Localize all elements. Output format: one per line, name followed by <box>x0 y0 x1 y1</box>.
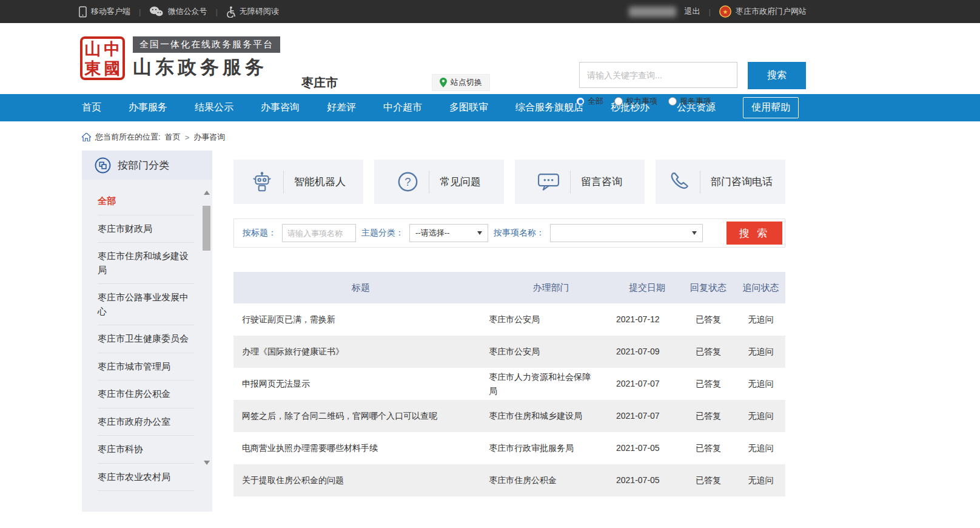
site-switch-button[interactable]: 站点切换 <box>432 74 490 91</box>
category-select[interactable]: --请选择-- <box>409 224 488 242</box>
scrollbar-down-arrow[interactable] <box>204 461 210 465</box>
topbar-link-1[interactable]: 微信公众号 <box>149 6 207 17</box>
row-followup-status: 无追问 <box>736 368 785 400</box>
nav-item-6[interactable]: 多图联审 <box>449 101 488 114</box>
separator: | <box>139 7 141 16</box>
nav-item-3[interactable]: 办事咨询 <box>261 101 300 114</box>
chevron-down-icon <box>477 231 482 235</box>
row-department: 枣庄市人力资源和社会保障局 <box>488 368 614 400</box>
keyword-search-input[interactable] <box>579 62 737 88</box>
topbar: 移动客户端|微信公众号|无障碍阅读 退出 | ★ 枣庄市政府门户网站 <box>0 0 980 23</box>
svg-text:?: ? <box>404 175 411 188</box>
row-department: 枣庄市住房公积金 <box>488 464 614 496</box>
topbar-link-label: 微信公众号 <box>167 6 207 17</box>
table-row-4: 电商营业执照办理需要哪些材料手续枣庄市行政审批服务局2021-07-05已答复无… <box>233 432 785 464</box>
logout-link[interactable]: 退出 <box>685 6 700 17</box>
seal-char: 中 <box>102 39 122 59</box>
row-title[interactable]: 申报网页无法显示 <box>233 368 488 400</box>
divider <box>283 171 284 194</box>
city-name: 枣庄市 <box>301 75 338 91</box>
nav-item-2[interactable]: 结果公示 <box>195 101 233 114</box>
main-nav: 首页办事服务结果公示办事咨询好差评中介超市多图联审综合服务旗舰店秒批秒办公共资源… <box>0 94 980 121</box>
topbar-link-label: 移动客户端 <box>91 6 130 17</box>
row-title[interactable]: 办理《国际旅行健康证书》 <box>233 336 488 368</box>
topbar-link-0[interactable]: 移动客户端 <box>79 6 130 18</box>
table-row-3: 网签之后，除了合同二维码，官网哪个入口可以查呢枣庄市住房和城乡建设局2021-0… <box>233 400 785 432</box>
row-title[interactable]: 关于提取住房公积金的问题 <box>233 464 488 496</box>
row-date: 2021-07-07 <box>614 400 680 432</box>
scope-radio-0[interactable]: 全部 <box>576 96 603 107</box>
sidebar-item-1[interactable]: 枣庄市财政局 <box>98 215 194 243</box>
scope-label: 权力事项 <box>626 96 657 107</box>
scope-radio-2[interactable]: 服务事项 <box>668 96 711 107</box>
quick-card-1[interactable]: ?常见问题 <box>374 160 504 204</box>
row-title[interactable]: 网签之后，除了合同二维码，官网哪个入口可以查呢 <box>233 400 488 432</box>
row-department: 枣庄市住房和城乡建设局 <box>488 400 614 432</box>
nav-item-0[interactable]: 首页 <box>82 101 101 114</box>
column-header-3: 回复状态 <box>680 272 736 303</box>
row-followup-status: 无追问 <box>736 336 785 368</box>
sidebar-item-7[interactable]: 枣庄市政府办公室 <box>98 408 194 436</box>
topbar-link-2[interactable]: 无障碍阅读 <box>226 6 279 18</box>
column-header-1: 办理部门 <box>488 272 614 303</box>
scrollbar-thumb[interactable] <box>203 206 210 251</box>
quick-card-label: 部门咨询电话 <box>711 175 773 189</box>
seal-char: 國 <box>102 59 122 78</box>
quick-card-label: 留言咨询 <box>581 175 622 189</box>
row-department: 枣庄市公安局 <box>488 303 614 336</box>
sidebar-item-0[interactable]: 全部 <box>98 188 194 215</box>
scope-label: 全部 <box>588 96 603 107</box>
quick-card-label: 智能机器人 <box>294 175 346 189</box>
sidebar-scrollbar[interactable] <box>203 191 210 465</box>
robot-icon <box>251 171 273 193</box>
radio-icon <box>576 97 585 106</box>
quick-card-2[interactable]: 留言咨询 <box>515 160 645 204</box>
site-logo[interactable]: 山中東國 全国一体化在线政务服务平台 山东政务服务 <box>80 36 280 80</box>
row-reply-status: 已答复 <box>680 464 736 496</box>
row-title[interactable]: 电商营业执照办理需要哪些材料手续 <box>233 432 488 464</box>
accessibility-icon <box>226 6 235 18</box>
sidebar-item-3[interactable]: 枣庄市公路事业发展中心 <box>98 284 194 325</box>
table-body: 行驶证副页已满，需换新枣庄市公安局2021-07-12已答复无追问办理《国际旅行… <box>233 303 785 496</box>
row-reply-status: 已答复 <box>680 400 736 432</box>
sidebar-item-5[interactable]: 枣庄市城市管理局 <box>98 353 194 381</box>
sidebar-item-8[interactable]: 枣庄市科协 <box>98 436 194 464</box>
sidebar-item-6[interactable]: 枣庄市住房公积金 <box>98 381 194 408</box>
location-pin-icon <box>440 78 447 87</box>
row-date: 2021-07-12 <box>614 303 680 336</box>
scope-radio-1[interactable]: 权力事项 <box>614 96 657 107</box>
portal-link[interactable]: ★ 枣庄市政府门户网站 <box>719 5 807 18</box>
sidebar-item-9[interactable]: 枣庄市农业农村局 <box>98 464 194 492</box>
chevron-down-icon <box>692 231 697 235</box>
question-circle-icon: ? <box>397 171 418 192</box>
category-icon <box>95 157 111 174</box>
row-date: 2021-07-09 <box>614 336 680 368</box>
breadcrumb: 您当前所在的位置: 首页 > 办事咨询 <box>82 132 980 143</box>
scrollbar-up-arrow[interactable] <box>204 191 210 195</box>
quick-card-label: 常见问题 <box>440 175 481 189</box>
portal-link-label: 枣庄市政府门户网站 <box>736 6 807 17</box>
item-name-select[interactable] <box>550 224 703 242</box>
sidebar-item-4[interactable]: 枣庄市卫生健康委员会 <box>98 325 194 353</box>
nav-item-4[interactable]: 好差评 <box>327 101 356 114</box>
breadcrumb-home-link[interactable]: 首页 <box>165 132 181 143</box>
sidebar-item-2[interactable]: 枣庄市住房和城乡建设局 <box>98 243 194 284</box>
consultation-table: 标题办理部门提交日期回复状态追问状态 行驶证副页已满，需换新枣庄市公安局2021… <box>233 272 785 496</box>
nav-item-1[interactable]: 办事服务 <box>129 101 167 114</box>
row-reply-status: 已答复 <box>680 432 736 464</box>
keyword-search-button[interactable]: 搜索 <box>748 62 806 89</box>
nav-item-10[interactable]: 使用帮助 <box>743 97 799 118</box>
row-department: 枣庄市公安局 <box>488 336 614 368</box>
row-title[interactable]: 行驶证副页已满，需换新 <box>233 303 488 336</box>
filter-title-label: 按标题： <box>243 228 277 239</box>
table-row-0: 行驶证副页已满，需换新枣庄市公安局2021-07-12已答复无追问 <box>233 303 785 336</box>
phone-handset-icon <box>668 171 690 192</box>
column-header-4: 追问状态 <box>736 272 785 303</box>
quick-card-0[interactable]: 智能机器人 <box>233 160 363 204</box>
quick-card-3[interactable]: 部门咨询电话 <box>656 160 785 204</box>
filter-title-input[interactable] <box>282 224 356 242</box>
filter-item-label: 按事项名称： <box>494 228 545 239</box>
filter-search-button[interactable]: 搜 索 <box>727 222 782 245</box>
nav-item-7[interactable]: 综合服务旗舰店 <box>515 101 583 114</box>
nav-item-5[interactable]: 中介超市 <box>383 101 422 114</box>
